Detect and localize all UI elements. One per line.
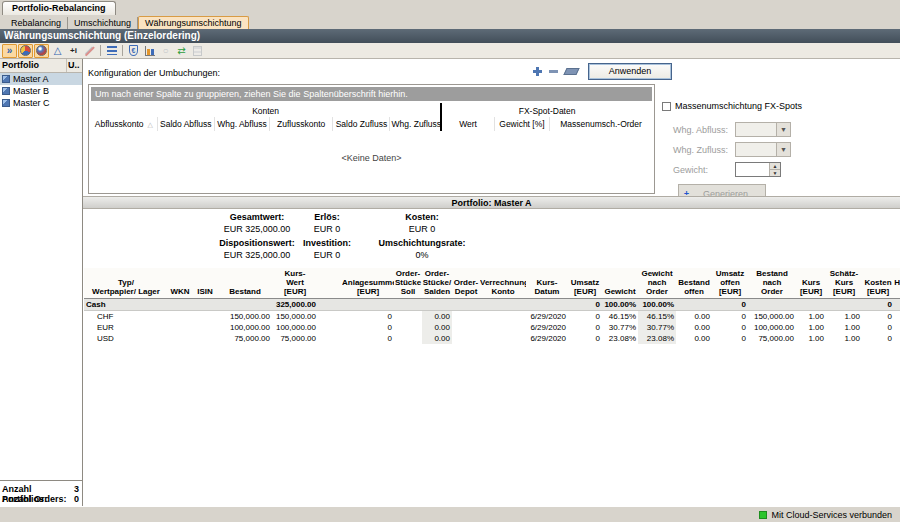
config-column-header[interactable]: Abflusskonto△ <box>91 117 157 131</box>
euro-shield-icon[interactable]: € <box>126 44 141 58</box>
holdings-group-row[interactable]: Cash325,000.000100.00%100.00%00 <box>84 299 900 311</box>
config-column-header[interactable]: Wert <box>441 117 494 131</box>
sidebar-column-u[interactable]: U.. <box>67 59 82 72</box>
config-column-header[interactable]: Saldo Zufluss <box>333 117 390 131</box>
mass-fx-checkbox[interactable] <box>662 102 671 111</box>
holdings-cell <box>342 299 394 311</box>
sidebar-column-portfolio[interactable]: Portfolio <box>0 59 67 72</box>
holdings-column-header[interactable]: Gewicht <box>602 268 638 299</box>
holdings-cell: 0.00 <box>422 333 452 344</box>
holdings-cell: 0 <box>342 322 394 333</box>
holdings-column-header[interactable]: Kurs- Datum <box>526 268 568 299</box>
holdings-cell: 0 <box>862 299 894 311</box>
summary-value: EUR 0 <box>287 223 367 237</box>
holdings-cell <box>480 322 526 333</box>
remove-row-icon[interactable] <box>549 70 558 73</box>
holdings-cell-label: Cash <box>84 299 168 311</box>
holdings-cell <box>894 322 900 333</box>
holdings-cell: 150,000.00 <box>218 311 272 323</box>
portfolio-sidebar: Portfolio U.. Master AMaster BMaster C A… <box>0 59 83 506</box>
holdings-column-header[interactable]: ISIN <box>192 268 218 299</box>
weight-spinner[interactable]: ▲▼ <box>735 162 781 177</box>
group-by-dropzone[interactable]: Um nach einer Spalte zu gruppieren, zieh… <box>91 87 652 101</box>
config-column-header[interactable]: Whg. Zufluss <box>390 117 441 131</box>
summary-value: EUR 0 <box>287 249 367 263</box>
holdings-cell-label: USD <box>84 333 168 344</box>
holdings-column-header[interactable]: Anlagesumme [EUR] <box>342 268 394 299</box>
fx-combo-whgzufluss[interactable]: ▼ <box>735 142 791 157</box>
tab-whrungsumschichtung[interactable]: Währungsumschichtung <box>138 16 249 29</box>
config-column-header[interactable]: Massenumsch.-Order <box>550 117 652 131</box>
holdings-cell: 6/29/2020 <box>526 311 568 323</box>
holdings-cell: 1.00 <box>826 333 862 344</box>
tab-umschichtung[interactable]: Umschichtung <box>68 17 138 29</box>
tab-rebalancing[interactable]: Rebalancing <box>5 17 68 29</box>
holdings-cell <box>330 322 342 333</box>
portfolio-item-master-a[interactable]: Master A <box>0 73 82 85</box>
config-column-header[interactable]: Zuflusskonto <box>270 117 333 131</box>
sphere-chart-icon[interactable] <box>34 44 49 58</box>
portfolio-item-master-c[interactable]: Master C <box>0 97 82 109</box>
circle-icon: ○ <box>158 44 173 58</box>
sort-indicator-icon[interactable]: △ <box>148 121 153 128</box>
holdings-row[interactable]: CHF150,000.00150,000.0000.006/29/2020046… <box>84 311 900 323</box>
spinner-down-icon[interactable]: ▼ <box>770 170 780 176</box>
chevron-down-icon[interactable]: ▼ <box>776 143 790 156</box>
add-row-icon[interactable] <box>533 67 542 76</box>
config-column-header[interactable]: Whg. Abfluss <box>214 117 269 131</box>
holdings-cell <box>894 333 900 344</box>
holdings-column-header[interactable]: Haltedauer [Tage] <box>894 268 900 299</box>
eraser-icon[interactable] <box>563 68 579 75</box>
summary-label: Investition: <box>287 237 367 249</box>
chart-icon[interactable] <box>142 44 157 58</box>
holdings-cell <box>394 299 422 311</box>
spinner-up-icon[interactable]: ▲ <box>770 163 780 170</box>
chevron-down-icon[interactable]: ▼ <box>776 123 790 136</box>
portfolio-item-master-b[interactable]: Master B <box>0 85 82 97</box>
holdings-column-header <box>318 268 330 299</box>
holdings-cell: 6/29/2020 <box>526 322 568 333</box>
holdings-column-header[interactable]: Umsatz [EUR] <box>568 268 602 299</box>
holdings-column-header[interactable]: Gewicht nach Order <box>638 268 676 299</box>
holdings-column-header[interactable]: Order- Depot <box>452 268 480 299</box>
spinner-buttons[interactable]: ▲▼ <box>769 163 780 176</box>
holdings-column-header[interactable]: WKN <box>168 268 192 299</box>
holdings-cell <box>168 333 192 344</box>
holdings-cell <box>452 311 480 323</box>
transfer-arrows-icon[interactable]: ⇄ <box>174 44 189 58</box>
holdings-column-header[interactable]: Kurs- Wert [EUR] <box>272 268 318 299</box>
holdings-column-header[interactable]: Verrechnungs- Konto <box>480 268 526 299</box>
stat-value: 0 <box>74 494 79 504</box>
holdings-row[interactable]: USD75,000.0075,000.0000.006/29/2020023.0… <box>84 333 900 344</box>
apply-button[interactable]: Anwenden <box>588 63 672 80</box>
fx-field-label: Whg. Zufluss: <box>673 145 735 155</box>
tab-portfolio-rebalancing[interactable]: Portfolio-Rebalancing <box>2 1 116 15</box>
holdings-cell <box>480 299 526 311</box>
fx-combo-whgabfluss[interactable]: ▼ <box>735 122 791 137</box>
config-column-header[interactable]: Gewicht [%] <box>494 117 549 131</box>
holdings-column-header[interactable]: Bestand nach Order <box>748 268 796 299</box>
holdings-row[interactable]: EUR100,000.00100,000.0000.006/29/2020030… <box>84 322 900 333</box>
holdings-column-header[interactable]: Kurs [EUR] <box>796 268 826 299</box>
holdings-column-header[interactable]: Typ/ Wertpapier/ Lager <box>84 268 168 299</box>
holdings-column-header[interactable]: Bestand <box>218 268 272 299</box>
holdings-cell: 0.00 <box>422 322 452 333</box>
holdings-cell <box>330 299 342 311</box>
pie-chart-icon[interactable] <box>18 44 33 58</box>
info-icon[interactable]: +i <box>66 44 81 58</box>
expand-icon[interactable]: » <box>2 44 17 58</box>
holdings-cell <box>168 322 192 333</box>
delta-icon[interactable]: △ <box>50 44 65 58</box>
holdings-column-header[interactable]: Kosten [EUR] <box>862 268 894 299</box>
filter-icon[interactable] <box>104 44 119 58</box>
summary-label: Erlös: <box>287 211 367 223</box>
combo-value <box>736 123 776 136</box>
fx-field-row: Gewicht:▲▼ <box>662 162 896 177</box>
holdings-column-header[interactable]: Order- Stücke/ Salden <box>422 268 452 299</box>
holdings-column-header[interactable]: Umsatz offen [EUR] <box>712 268 748 299</box>
holdings-column-header[interactable]: Schätz- Kurs [EUR] <box>826 268 862 299</box>
holdings-column-header[interactable]: Order- Stücke Soll <box>394 268 422 299</box>
config-column-header[interactable]: Saldo Abfluss <box>157 117 214 131</box>
holdings-cell: 0.00 <box>676 311 712 323</box>
holdings-column-header[interactable]: Bestand offen <box>676 268 712 299</box>
